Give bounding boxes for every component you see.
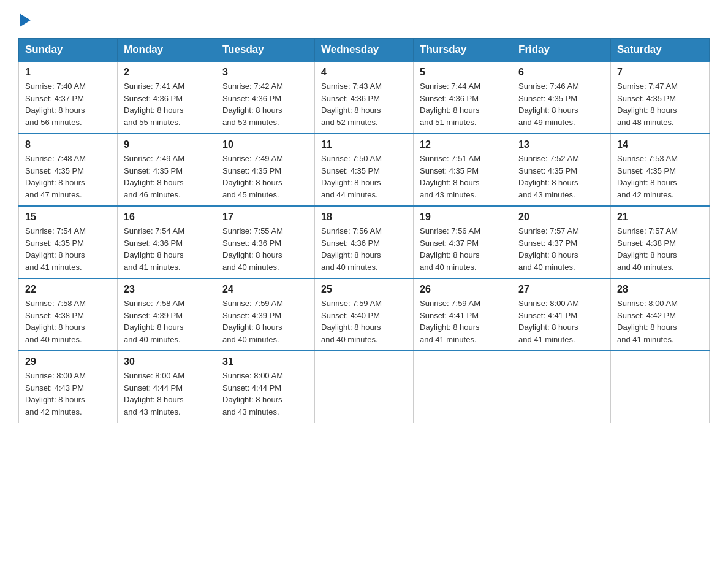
day-info-line: Sunset: 4:41 PM <box>420 310 506 322</box>
calendar-cell: 7Sunrise: 7:47 AMSunset: 4:35 PMDaylight… <box>611 61 710 134</box>
day-info-line: Sunrise: 7:49 AM <box>222 153 308 165</box>
header-tuesday: Tuesday <box>216 39 315 62</box>
day-info-line: Sunrise: 7:59 AM <box>420 297 506 310</box>
day-info-line: and 47 minutes. <box>25 189 111 201</box>
day-info-line: Sunset: 4:35 PM <box>420 165 506 177</box>
day-info-line: Sunrise: 7:59 AM <box>321 297 407 310</box>
day-number: 4 <box>321 67 407 78</box>
day-info-line: Sunset: 4:42 PM <box>617 310 703 322</box>
day-info-line: and 45 minutes. <box>222 189 308 201</box>
day-info: Sunrise: 7:55 AMSunset: 4:36 PMDaylight:… <box>222 225 308 273</box>
calendar-cell: 17Sunrise: 7:55 AMSunset: 4:36 PMDayligh… <box>216 206 315 278</box>
day-info-line: and 56 minutes. <box>25 117 111 129</box>
day-info-line: and 41 minutes. <box>124 261 210 274</box>
day-info: Sunrise: 8:00 AMSunset: 4:41 PMDaylight:… <box>518 297 604 345</box>
day-info: Sunrise: 7:47 AMSunset: 4:35 PMDaylight:… <box>617 80 703 128</box>
day-number: 19 <box>420 212 506 223</box>
day-info-line: Sunset: 4:35 PM <box>617 93 703 105</box>
day-info-line: Daylight: 8 hours <box>222 104 308 117</box>
day-info-line: Sunrise: 7:56 AM <box>420 225 506 237</box>
day-info-line: Daylight: 8 hours <box>617 249 703 261</box>
calendar-cell: 4Sunrise: 7:43 AMSunset: 4:36 PMDaylight… <box>315 61 414 134</box>
day-info-line: Daylight: 8 hours <box>124 104 210 117</box>
day-number: 26 <box>420 284 506 295</box>
day-info: Sunrise: 7:53 AMSunset: 4:35 PMDaylight:… <box>617 153 703 201</box>
day-number: 11 <box>321 139 407 150</box>
day-info: Sunrise: 7:56 AMSunset: 4:36 PMDaylight:… <box>321 225 407 273</box>
day-info-line: and 41 minutes. <box>617 334 703 346</box>
day-info-line: Sunset: 4:36 PM <box>124 93 210 105</box>
day-info-line: Daylight: 8 hours <box>222 177 308 189</box>
day-info-line: Daylight: 8 hours <box>518 177 604 189</box>
day-info-line: and 40 minutes. <box>617 261 703 274</box>
day-info-line: Daylight: 8 hours <box>518 321 604 334</box>
day-info-line: Sunset: 4:35 PM <box>222 165 308 177</box>
day-number: 21 <box>617 212 703 223</box>
calendar-table: SundayMondayTuesdayWednesdayThursdayFrid… <box>18 38 710 423</box>
day-info: Sunrise: 7:54 AMSunset: 4:36 PMDaylight:… <box>124 225 210 273</box>
day-info-line: Daylight: 8 hours <box>420 104 506 117</box>
day-number: 20 <box>518 212 604 223</box>
day-info-line: Daylight: 8 hours <box>617 177 703 189</box>
day-number: 30 <box>124 356 210 367</box>
day-info: Sunrise: 7:59 AMSunset: 4:41 PMDaylight:… <box>420 297 506 345</box>
day-info: Sunrise: 7:56 AMSunset: 4:37 PMDaylight:… <box>420 225 506 273</box>
week-row-5: 29Sunrise: 8:00 AMSunset: 4:43 PMDayligh… <box>19 351 710 423</box>
day-info-line: Daylight: 8 hours <box>25 249 111 261</box>
week-row-1: 1Sunrise: 7:40 AMSunset: 4:37 PMDaylight… <box>19 61 710 134</box>
header-saturday: Saturday <box>611 39 710 62</box>
day-number: 2 <box>124 67 210 78</box>
day-info-line: and 40 minutes. <box>321 261 407 274</box>
day-info-line: Daylight: 8 hours <box>420 249 506 261</box>
day-info-line: Sunrise: 7:56 AM <box>321 225 407 237</box>
day-info-line: and 41 minutes. <box>420 334 506 346</box>
day-info: Sunrise: 7:40 AMSunset: 4:37 PMDaylight:… <box>25 80 111 128</box>
day-info: Sunrise: 7:54 AMSunset: 4:35 PMDaylight:… <box>25 225 111 273</box>
header-thursday: Thursday <box>414 39 512 62</box>
day-info-line: Daylight: 8 hours <box>617 321 703 334</box>
day-info-line: Sunrise: 7:51 AM <box>420 153 506 165</box>
header-wednesday: Wednesday <box>315 39 414 62</box>
day-info-line: Daylight: 8 hours <box>25 104 111 117</box>
day-info-line: Daylight: 8 hours <box>25 177 111 189</box>
day-info-line: Sunrise: 7:52 AM <box>518 153 604 165</box>
day-info-line: Sunset: 4:36 PM <box>321 93 407 105</box>
day-info-line: Daylight: 8 hours <box>222 249 308 261</box>
day-info: Sunrise: 7:51 AMSunset: 4:35 PMDaylight:… <box>420 153 506 201</box>
day-info-line: Sunrise: 7:55 AM <box>222 225 308 237</box>
calendar-cell: 11Sunrise: 7:50 AMSunset: 4:35 PMDayligh… <box>315 134 414 206</box>
day-info: Sunrise: 7:59 AMSunset: 4:39 PMDaylight:… <box>222 297 308 345</box>
day-info-line: Sunrise: 7:40 AM <box>25 80 111 93</box>
day-info-line: Daylight: 8 hours <box>222 321 308 334</box>
day-info-line: Daylight: 8 hours <box>124 249 210 261</box>
day-info-line: Sunrise: 7:53 AM <box>617 153 703 165</box>
calendar-cell: 10Sunrise: 7:49 AMSunset: 4:35 PMDayligh… <box>216 134 315 206</box>
day-info-line: Daylight: 8 hours <box>617 104 703 117</box>
day-info-line: Daylight: 8 hours <box>124 321 210 334</box>
day-info-line: Daylight: 8 hours <box>124 394 210 406</box>
day-info-line: and 43 minutes. <box>124 406 210 418</box>
calendar-cell: 21Sunrise: 7:57 AMSunset: 4:38 PMDayligh… <box>611 206 710 278</box>
day-info-line: and 40 minutes. <box>222 334 308 346</box>
day-info-line: and 40 minutes. <box>420 261 506 274</box>
day-info-line: Daylight: 8 hours <box>25 321 111 334</box>
day-info: Sunrise: 7:52 AMSunset: 4:35 PMDaylight:… <box>518 153 604 201</box>
calendar-cell: 16Sunrise: 7:54 AMSunset: 4:36 PMDayligh… <box>118 206 216 278</box>
day-info-line: and 52 minutes. <box>321 117 407 129</box>
calendar-cell: 22Sunrise: 7:58 AMSunset: 4:38 PMDayligh… <box>19 278 118 351</box>
day-number: 15 <box>25 212 111 223</box>
day-info: Sunrise: 7:49 AMSunset: 4:35 PMDaylight:… <box>124 153 210 201</box>
day-number: 16 <box>124 212 210 223</box>
day-info-line: Daylight: 8 hours <box>518 249 604 261</box>
day-info-line: Sunset: 4:35 PM <box>124 165 210 177</box>
day-number: 25 <box>321 284 407 295</box>
calendar-cell: 20Sunrise: 7:57 AMSunset: 4:37 PMDayligh… <box>512 206 611 278</box>
day-info-line: Sunrise: 7:42 AM <box>222 80 308 93</box>
day-info: Sunrise: 7:44 AMSunset: 4:36 PMDaylight:… <box>420 80 506 128</box>
day-info: Sunrise: 7:57 AMSunset: 4:37 PMDaylight:… <box>518 225 604 273</box>
calendar-cell <box>512 351 611 423</box>
day-info-line: Sunset: 4:39 PM <box>222 310 308 322</box>
week-row-2: 8Sunrise: 7:48 AMSunset: 4:35 PMDaylight… <box>19 134 710 206</box>
day-info-line: and 41 minutes. <box>25 261 111 274</box>
day-number: 18 <box>321 212 407 223</box>
